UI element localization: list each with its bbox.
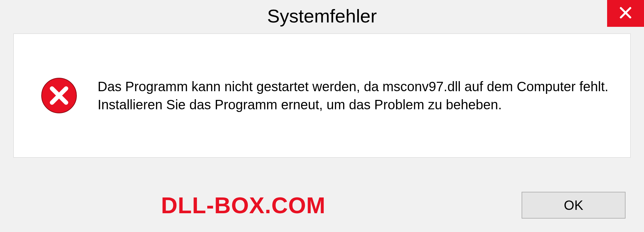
dialog-footer: DLL-BOX.COM OK (0, 192, 644, 219)
dialog-title: Systemfehler (267, 5, 377, 27)
error-message: Das Programm kann nicht gestartet werden… (98, 77, 613, 114)
ok-button-label: OK (564, 198, 583, 213)
close-icon (619, 6, 632, 21)
ok-button[interactable]: OK (522, 192, 626, 219)
error-dialog: Systemfehler Das Programm kann nicht ges… (0, 0, 644, 232)
content-panel: Das Programm kann nicht gestartet werden… (13, 34, 631, 158)
error-icon (41, 77, 77, 114)
title-bar: Systemfehler (0, 0, 644, 32)
watermark-text: DLL-BOX.COM (161, 192, 326, 218)
close-button[interactable] (607, 0, 644, 27)
